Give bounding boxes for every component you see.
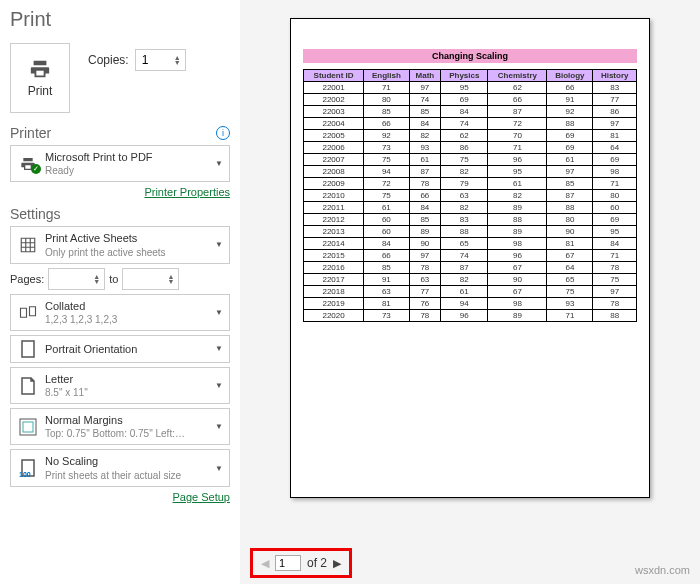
preview-table: Student IDEnglishMathPhysicsChemistryBio… [303, 69, 637, 322]
print-what-sub: Only print the active sheets [45, 246, 209, 259]
chevron-down-icon: ▼ [215, 344, 223, 353]
table-cell: 78 [409, 262, 441, 274]
printer-properties-link[interactable]: Printer Properties [10, 186, 230, 198]
printer-select[interactable]: ✓ Microsoft Print to PDF Ready ▼ [10, 145, 230, 182]
table-cell: 87 [441, 262, 488, 274]
table-row: 22014849065988184 [304, 238, 637, 250]
table-cell: 95 [593, 226, 637, 238]
table-cell: 98 [488, 238, 547, 250]
table-cell: 73 [364, 310, 409, 322]
table-header: Biology [547, 70, 593, 82]
table-cell: 69 [547, 142, 593, 154]
table-cell: 96 [488, 250, 547, 262]
pages-label: Pages: [10, 273, 44, 285]
scaling-sub: Print sheets at their actual size [45, 469, 209, 482]
table-cell: 96 [441, 310, 488, 322]
paper-select[interactable]: Letter 8.5" x 11" ▼ [10, 367, 230, 404]
current-page-input[interactable] [275, 555, 301, 571]
table-cell: 71 [364, 82, 409, 94]
print-what-select[interactable]: Print Active Sheets Only print the activ… [10, 226, 230, 263]
table-cell: 82 [488, 190, 547, 202]
table-cell: 71 [593, 250, 637, 262]
chevron-down-icon[interactable]: ▼ [174, 60, 181, 65]
table-row: 22009727879618571 [304, 178, 637, 190]
table-cell: 22008 [304, 166, 364, 178]
table-header: English [364, 70, 409, 82]
table-cell: 72 [488, 118, 547, 130]
collate-icon [19, 305, 37, 319]
preview-title: Changing Scaling [303, 49, 637, 63]
printer-status: Ready [45, 164, 209, 177]
pages-from-input[interactable] [53, 271, 87, 287]
paper-icon [21, 377, 35, 395]
scaling-select[interactable]: 100 No Scaling Print sheets at their act… [10, 449, 230, 486]
table-cell: 69 [593, 154, 637, 166]
preview-page: Changing Scaling Student IDEnglishMathPh… [290, 18, 650, 498]
paper-main: Letter [45, 372, 209, 386]
chevron-down-icon[interactable]: ▼ [93, 279, 100, 284]
table-cell: 84 [409, 118, 441, 130]
chevron-down-icon: ▼ [215, 308, 223, 317]
margins-icon [19, 418, 37, 436]
table-cell: 22011 [304, 202, 364, 214]
chevron-down-icon: ▼ [215, 159, 223, 168]
table-cell: 22003 [304, 106, 364, 118]
table-row: 22002807469669177 [304, 94, 637, 106]
margins-select[interactable]: Normal Margins Top: 0.75" Bottom: 0.75" … [10, 408, 230, 445]
prev-page-button[interactable]: ◀ [261, 557, 269, 570]
table-cell: 87 [409, 166, 441, 178]
table-cell: 85 [409, 106, 441, 118]
pages-from-stepper[interactable]: ▲▼ [48, 268, 105, 290]
print-button[interactable]: Print [10, 43, 70, 113]
table-row: 22004668474728897 [304, 118, 637, 130]
table-row: 22016857887676478 [304, 262, 637, 274]
table-cell: 71 [593, 178, 637, 190]
orientation-select[interactable]: Portrait Orientation ▼ [10, 335, 230, 363]
table-cell: 22001 [304, 82, 364, 94]
printer-name: Microsoft Print to PDF [45, 150, 209, 164]
table-cell: 22020 [304, 310, 364, 322]
chevron-down-icon: ▼ [215, 422, 223, 431]
table-cell: 22006 [304, 142, 364, 154]
table-cell: 67 [547, 250, 593, 262]
portrait-icon [21, 340, 35, 358]
pages-to-stepper[interactable]: ▲▼ [122, 268, 179, 290]
table-cell: 61 [547, 154, 593, 166]
info-icon[interactable]: i [216, 126, 230, 140]
table-cell: 61 [409, 154, 441, 166]
table-cell: 90 [488, 274, 547, 286]
page-setup-link[interactable]: Page Setup [10, 491, 230, 503]
table-cell: 93 [547, 298, 593, 310]
table-cell: 73 [364, 142, 409, 154]
table-cell: 22018 [304, 286, 364, 298]
table-row: 22012608583888069 [304, 214, 637, 226]
page-title: Print [10, 8, 230, 31]
table-cell: 97 [409, 250, 441, 262]
table-cell: 85 [547, 178, 593, 190]
scaling-badge: 100 [19, 471, 31, 478]
table-cell: 95 [441, 82, 488, 94]
table-cell: 81 [593, 130, 637, 142]
table-cell: 81 [547, 238, 593, 250]
chevron-down-icon: ▼ [215, 381, 223, 390]
table-cell: 66 [547, 82, 593, 94]
copies-input[interactable] [140, 52, 168, 68]
table-header: Physics [441, 70, 488, 82]
table-cell: 74 [441, 250, 488, 262]
table-row: 22006739386716964 [304, 142, 637, 154]
pages-to-input[interactable] [127, 271, 161, 287]
collate-select[interactable]: Collated 1,2,3 1,2,3 1,2,3 ▼ [10, 294, 230, 331]
table-cell: 80 [547, 214, 593, 226]
table-cell: 63 [441, 190, 488, 202]
table-row: 22005928262706981 [304, 130, 637, 142]
table-cell: 67 [488, 262, 547, 274]
copies-stepper[interactable]: ▲▼ [135, 49, 186, 71]
scaling-main: No Scaling [45, 454, 209, 468]
table-cell: 97 [547, 166, 593, 178]
table-cell: 61 [488, 178, 547, 190]
chevron-down-icon[interactable]: ▼ [167, 279, 174, 284]
table-cell: 65 [547, 274, 593, 286]
table-cell: 60 [364, 226, 409, 238]
table-row: 22010756663828780 [304, 190, 637, 202]
next-page-button[interactable]: ▶ [333, 557, 341, 570]
